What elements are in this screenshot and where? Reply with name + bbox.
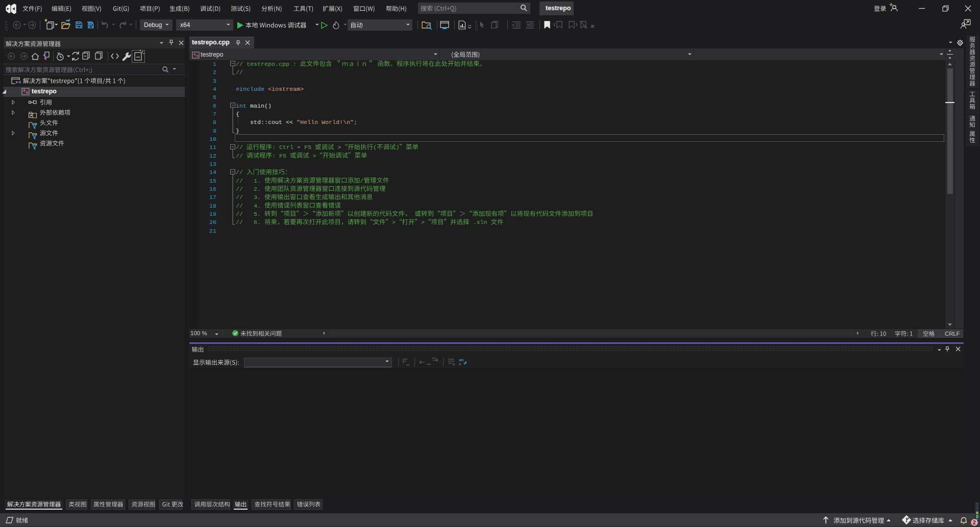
svg-text:2: 2 bbox=[973, 520, 976, 525]
svg-text:+: + bbox=[26, 90, 29, 95]
svg-text:c: c bbox=[459, 362, 461, 366]
svg-text:+: + bbox=[196, 53, 199, 59]
